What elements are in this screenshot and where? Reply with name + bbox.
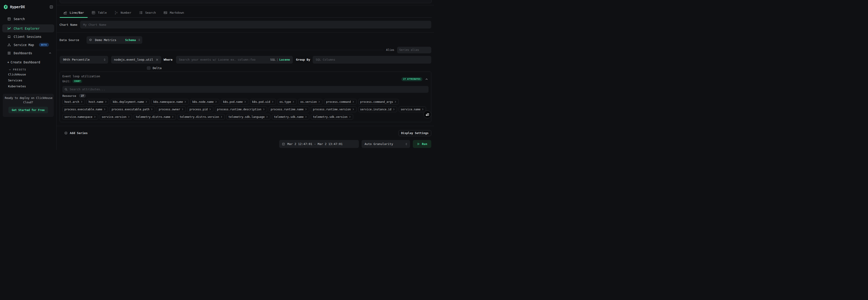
aggregation-select[interactable]: 90th Percentile bbox=[60, 56, 108, 64]
tab-number[interactable]: 123Number bbox=[111, 8, 135, 17]
attribute-chip[interactable]: service.instance.id bbox=[358, 106, 397, 112]
attribute-chip[interactable]: os.type bbox=[278, 99, 297, 105]
tab-table[interactable]: Table bbox=[88, 8, 111, 17]
group-by-label: Group By bbox=[296, 58, 310, 61]
attributes-count-badge: 27 ATTRIBUTES bbox=[401, 77, 423, 81]
preset-link-services[interactable]: Services bbox=[8, 78, 54, 83]
get-started-button[interactable]: Get Started for Free bbox=[8, 107, 48, 113]
chevron-right-icon bbox=[352, 101, 354, 103]
sidebar-item-search[interactable]: Search bbox=[2, 15, 54, 23]
chevron-right-icon bbox=[318, 101, 320, 103]
date-range-picker[interactable]: Mar 2 12:47:01 - Mar 2 13:47:01 bbox=[279, 140, 359, 148]
delta-label: Delta bbox=[153, 66, 162, 70]
chip-row: host.archhost.namek8s.deployment.namek8s… bbox=[62, 99, 429, 105]
attribute-chip[interactable]: process.command_args bbox=[358, 99, 399, 105]
attribute-chip[interactable]: service.name bbox=[399, 106, 426, 112]
attribute-chip[interactable]: process.pid bbox=[187, 106, 213, 112]
metric-title: Event loop utilization bbox=[62, 75, 429, 78]
attribute-chip[interactable]: host.name bbox=[87, 99, 109, 105]
remove-metric-icon[interactable] bbox=[156, 58, 159, 61]
attribute-chip[interactable]: process.executable.name bbox=[62, 106, 108, 112]
attribute-chip[interactable]: service.namespace bbox=[62, 114, 98, 120]
lucene-toggle[interactable]: Lucene bbox=[279, 58, 290, 61]
divider bbox=[57, 5, 434, 5]
attribute-chip[interactable]: k8s.namespace.name bbox=[151, 99, 189, 105]
attribute-chip-label: process.executable.name bbox=[64, 108, 102, 111]
chevron-right-icon bbox=[305, 115, 307, 118]
svg-text:2: 2 bbox=[115, 13, 116, 15]
laptop-icon bbox=[7, 35, 11, 38]
data-source-select[interactable]: Demo Metrics Schema bbox=[87, 36, 142, 44]
sidebar-collapse-icon[interactable] bbox=[50, 5, 53, 9]
chart-name-input[interactable] bbox=[80, 21, 431, 28]
attribute-chip[interactable]: telemetry.distro.version bbox=[178, 114, 225, 120]
add-series-button[interactable]: Add Series bbox=[64, 131, 88, 135]
granularity-select[interactable]: Auto Granularity bbox=[362, 140, 410, 148]
chevron-right-icon bbox=[103, 108, 106, 111]
series-divider-line bbox=[57, 50, 384, 50]
data-source-label: Data Source bbox=[60, 38, 87, 42]
create-dashboard-label: Create Dashboard bbox=[10, 60, 40, 64]
presets-toggle[interactable]: PRESETS bbox=[9, 68, 54, 71]
attribute-chip-label: service.instance.id bbox=[360, 108, 392, 111]
where-label: Where bbox=[164, 58, 173, 61]
attribute-chip-label: service.name bbox=[401, 108, 421, 111]
schema-link[interactable]: Schema bbox=[125, 38, 136, 42]
display-settings-button[interactable]: Display Settings bbox=[399, 130, 431, 136]
attribute-chip[interactable]: process.owner bbox=[157, 106, 186, 112]
attribute-chip-label: k8s.deployment.name bbox=[113, 100, 144, 104]
cloud-card-text: Ready to deploy on ClickHouse Cloud? bbox=[5, 96, 52, 105]
run-button[interactable]: Run bbox=[413, 140, 431, 148]
presets-list: ClickHouseServicesKubernetes bbox=[0, 72, 57, 89]
metric-tag[interactable]: nodejs.event_loop.util bbox=[111, 56, 161, 64]
granularity-value: Auto Granularity bbox=[365, 142, 393, 146]
attribute-chip[interactable]: os.version bbox=[298, 99, 322, 105]
delta-checkbox[interactable] bbox=[147, 66, 151, 70]
attribute-chip[interactable]: process.command bbox=[324, 99, 356, 105]
group-by-input[interactable] bbox=[313, 56, 431, 64]
preset-link-clickhouse[interactable]: ClickHouse bbox=[8, 72, 54, 78]
chart-type-tabs: Line/BarTable123NumberSearchMarkdown bbox=[60, 8, 432, 18]
attributes-collapse[interactable]: 27 ATTRIBUTES bbox=[401, 77, 428, 81]
attribute-chip[interactable]: telemetry.sdk.version bbox=[311, 114, 353, 120]
tab-markdown[interactable]: Markdown bbox=[160, 8, 188, 17]
attribute-chip[interactable]: k8s.pod.name bbox=[221, 99, 248, 105]
hierarchy-icon bbox=[7, 43, 11, 47]
attribute-chip[interactable]: service.version bbox=[100, 114, 132, 120]
preset-link-kubernetes[interactable]: Kubernetes bbox=[8, 83, 54, 89]
attribute-chip[interactable]: process.runtime.name bbox=[269, 106, 309, 112]
tab-search[interactable]: Search bbox=[135, 8, 160, 17]
brand-title: HyperDX bbox=[10, 5, 25, 9]
attribute-chip[interactable]: process.runtime.version bbox=[311, 106, 356, 112]
tab-line-bar[interactable]: Line/Bar bbox=[60, 8, 88, 17]
series-alias-row: Alias bbox=[57, 47, 431, 54]
attribute-chip[interactable]: process.runtime.description bbox=[215, 106, 267, 112]
attribute-chip[interactable]: k8s.pod.uid bbox=[250, 99, 276, 105]
attribute-chip[interactable]: k8s.node.name bbox=[190, 99, 219, 105]
chevron-right-icon bbox=[272, 101, 274, 103]
chart-name-label: Chart Name bbox=[60, 23, 81, 26]
sidebar-item-dashboards[interactable]: Dashboards bbox=[2, 49, 54, 57]
plus-circle-icon bbox=[64, 131, 68, 135]
create-dashboard-button[interactable]: + Create Dashboard bbox=[7, 60, 54, 64]
attribute-chip[interactable]: telemetry.sdk.language bbox=[226, 114, 270, 120]
sql-toggle[interactable]: SQL bbox=[270, 58, 276, 61]
chevron-right-icon bbox=[262, 108, 265, 111]
support-launcher-button[interactable] bbox=[424, 111, 431, 118]
time-controls-row: Mar 2 12:47:01 - Mar 2 13:47:01 Auto Gra… bbox=[60, 140, 432, 148]
chevron-right-icon bbox=[145, 101, 148, 103]
sidebar-item-service-map[interactable]: Service MapBETA bbox=[2, 41, 54, 49]
chevron-right-icon bbox=[181, 108, 184, 111]
attribute-chip[interactable]: process.executable.path bbox=[110, 106, 155, 112]
attribute-chip[interactable]: k8s.deployment.name bbox=[111, 99, 150, 105]
divider bbox=[57, 32, 434, 33]
alias-input[interactable] bbox=[397, 47, 431, 54]
attribute-search-input[interactable] bbox=[70, 87, 427, 91]
sidebar-item-chart-explorer[interactable]: Chart Explorer bbox=[2, 24, 54, 32]
attribute-chip[interactable]: host.arch bbox=[62, 99, 85, 105]
attribute-chip[interactable]: telemetry.distro.name bbox=[134, 114, 176, 120]
sidebar-item-client-sessions[interactable]: Client Sessions bbox=[2, 33, 54, 40]
sidebar-item-label: Search bbox=[14, 17, 25, 21]
attribute-chip[interactable]: telemetry.sdk.name bbox=[272, 114, 309, 120]
where-search-input[interactable] bbox=[179, 58, 269, 61]
